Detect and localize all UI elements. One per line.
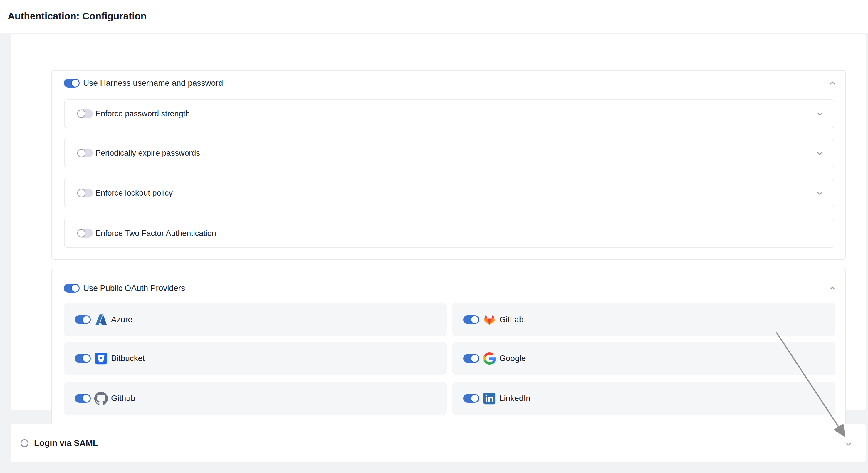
enforce-password-strength-toggle[interactable] bbox=[77, 109, 93, 118]
oauth-toggle[interactable] bbox=[64, 284, 80, 293]
provider-row-google: Google bbox=[452, 342, 835, 375]
provider-row-azure: Azure bbox=[64, 303, 447, 336]
expire-passwords-toggle[interactable] bbox=[77, 149, 93, 157]
bitbucket-icon bbox=[94, 352, 108, 365]
saml-label: Login via SAML bbox=[34, 438, 98, 448]
lockout-policy-label: Enforce lockout policy bbox=[95, 189, 173, 198]
linkedin-label: LinkedIn bbox=[499, 394, 530, 403]
azure-label: Azure bbox=[111, 315, 132, 324]
gitlab-toggle[interactable] bbox=[463, 315, 479, 324]
chevron-up-icon[interactable] bbox=[828, 284, 837, 293]
bitbucket-label: Bitbucket bbox=[111, 354, 145, 363]
google-label: Google bbox=[499, 354, 526, 363]
username-password-header: Use Harness username and password bbox=[52, 70, 845, 96]
oauth-header: Use Public OAuth Providers bbox=[52, 270, 845, 307]
azure-icon bbox=[94, 313, 108, 326]
google-toggle[interactable] bbox=[463, 354, 479, 363]
two-factor-auth-toggle[interactable] bbox=[77, 229, 93, 238]
saml-row: Login via SAML bbox=[10, 424, 866, 462]
google-icon bbox=[483, 352, 496, 365]
enforce-password-strength-label: Enforce password strength bbox=[95, 109, 190, 118]
expire-passwords-row[interactable]: Periodically expire passwords bbox=[64, 139, 834, 167]
chevron-up-icon[interactable] bbox=[828, 79, 837, 88]
page-header: Authentication: Configuration bbox=[0, 0, 868, 33]
two-factor-auth-row[interactable]: Enforce Two Factor Authentication bbox=[64, 219, 834, 248]
lockout-policy-row[interactable]: Enforce lockout policy bbox=[64, 179, 834, 208]
provider-row-github: Github bbox=[64, 382, 447, 415]
github-icon bbox=[94, 391, 108, 405]
oauth-providers-section: Use Public OAuth Providers Azure bbox=[51, 269, 846, 429]
username-password-toggle[interactable] bbox=[64, 79, 80, 88]
bitbucket-toggle[interactable] bbox=[75, 354, 91, 363]
provider-row-bitbucket: Bitbucket bbox=[64, 342, 447, 375]
provider-row-linkedin: LinkedIn bbox=[452, 382, 835, 415]
linkedin-toggle[interactable] bbox=[463, 394, 479, 403]
username-password-label: Use Harness username and password bbox=[83, 78, 223, 88]
saml-section[interactable]: Login via SAML bbox=[10, 424, 866, 462]
chevron-down-icon[interactable] bbox=[815, 149, 824, 158]
oauth-label: Use Public OAuth Providers bbox=[83, 284, 185, 293]
saml-radio[interactable] bbox=[21, 439, 29, 447]
auth-settings-panel: Use Harness username and password Enforc… bbox=[10, 34, 866, 410]
chevron-down-icon[interactable] bbox=[844, 440, 853, 449]
username-password-section: Use Harness username and password Enforc… bbox=[51, 70, 846, 260]
enforce-password-strength-row[interactable]: Enforce password strength bbox=[64, 99, 834, 128]
two-factor-auth-label: Enforce Two Factor Authentication bbox=[95, 229, 216, 238]
lockout-policy-toggle[interactable] bbox=[77, 189, 93, 197]
provider-row-gitlab: GitLab bbox=[452, 303, 835, 336]
azure-toggle[interactable] bbox=[75, 315, 91, 324]
gitlab-label: GitLab bbox=[499, 315, 524, 324]
page-title: Authentication: Configuration bbox=[8, 10, 147, 22]
gitlab-icon bbox=[483, 313, 496, 326]
chevron-down-icon[interactable] bbox=[815, 189, 824, 198]
linkedin-icon bbox=[483, 391, 496, 405]
github-label: Github bbox=[111, 394, 135, 403]
chevron-down-icon[interactable] bbox=[815, 110, 824, 119]
expire-passwords-label: Periodically expire passwords bbox=[95, 149, 200, 158]
github-toggle[interactable] bbox=[75, 394, 91, 403]
